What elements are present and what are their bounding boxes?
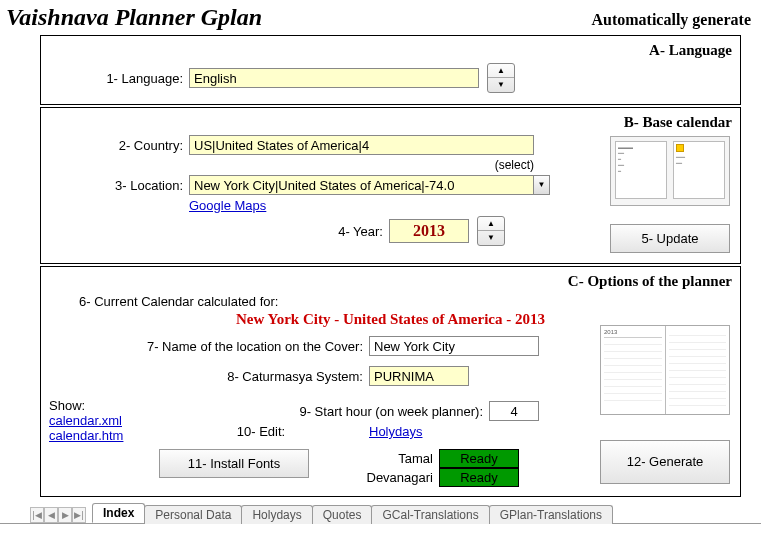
spinner-down-icon[interactable]: ▼ (488, 78, 514, 92)
start-hour-input[interactable] (489, 401, 539, 421)
sheet-tabs: |◀ ◀ ▶ ▶| Index Personal Data Holydays Q… (0, 501, 761, 523)
country-input[interactable] (189, 135, 534, 155)
app-title: Vaishnava Planner Gplan (6, 4, 591, 31)
year-label: 4- Year: (49, 224, 389, 239)
font-devanagari-label: Devanagari (349, 470, 439, 485)
holydays-link[interactable]: Holydays (369, 424, 422, 439)
cover-label: 7- Name of the location on the Cover: (49, 339, 369, 354)
tab-holydays[interactable]: Holydays (241, 505, 312, 524)
font-devanagari-status: Ready (439, 468, 519, 487)
spinner-up-icon[interactable]: ▲ (488, 64, 514, 78)
planner-preview-thumb: 2013 (600, 325, 730, 415)
google-maps-link[interactable]: Google Maps (189, 198, 266, 213)
section-base-calendar: B- Base calendar ▬▬▬━━━━━━ ━━━━━ 2- Coun… (40, 107, 741, 264)
section-b-title: B- Base calendar (49, 114, 732, 131)
edit-label: 10- Edit: (159, 424, 369, 439)
select-hint: (select) (189, 158, 534, 172)
tab-nav[interactable]: |◀ ◀ ▶ ▶| (30, 507, 86, 523)
section-c-title: C- Options of the planner (49, 273, 732, 290)
app-subtitle: Automatically generate (591, 11, 751, 29)
location-input[interactable] (189, 175, 534, 195)
calendar-xml-link[interactable]: calendar.xml (49, 413, 159, 428)
tab-gplan-translations[interactable]: GPlan-Translations (489, 505, 613, 524)
location-dropdown-icon[interactable]: ▼ (534, 175, 550, 195)
year-input[interactable]: 2013 (389, 219, 469, 243)
font-tamal-label: Tamal (349, 451, 439, 466)
location-label: 3- Location: (49, 178, 189, 193)
tab-personal-data[interactable]: Personal Data (144, 505, 242, 524)
update-button[interactable]: 5- Update (610, 224, 730, 253)
tab-prev-icon[interactable]: ◀ (44, 507, 58, 523)
language-spinner[interactable]: ▲ ▼ (487, 63, 515, 93)
tab-next-icon[interactable]: ▶ (58, 507, 72, 523)
spinner-up-icon[interactable]: ▲ (478, 217, 504, 231)
show-label: Show: (49, 398, 159, 413)
spinner-down-icon[interactable]: ▼ (478, 231, 504, 245)
font-tamal-status: Ready (439, 449, 519, 468)
start-hour-label: 9- Start hour (on week planner): (159, 404, 489, 419)
generate-button[interactable]: 12- Generate (600, 440, 730, 484)
section-language: A- Language 1- Language: ▲ ▼ (40, 35, 741, 105)
language-label: 1- Language: (49, 71, 189, 86)
calendar-preview-thumb: ▬▬▬━━━━━━ ━━━━━ (610, 136, 730, 206)
section-options: C- Options of the planner 2013 6- Curren… (40, 266, 741, 497)
country-label: 2- Country: (49, 138, 189, 153)
tab-last-icon[interactable]: ▶| (72, 507, 86, 523)
install-fonts-button[interactable]: 11- Install Fonts (159, 449, 309, 478)
cover-input[interactable] (369, 336, 539, 356)
tab-index[interactable]: Index (92, 503, 145, 523)
language-input[interactable] (189, 68, 479, 88)
caturmasya-label: 8- Caturmasya System: (49, 369, 369, 384)
tab-quotes[interactable]: Quotes (312, 505, 373, 524)
year-spinner[interactable]: ▲ ▼ (477, 216, 505, 246)
calc-label: 6- Current Calendar calculated for: (79, 294, 732, 309)
calendar-htm-link[interactable]: calendar.htm (49, 428, 159, 443)
tab-gcal-translations[interactable]: GCal-Translations (371, 505, 489, 524)
section-a-title: A- Language (49, 42, 732, 59)
caturmasya-input[interactable] (369, 366, 469, 386)
tab-first-icon[interactable]: |◀ (30, 507, 44, 523)
